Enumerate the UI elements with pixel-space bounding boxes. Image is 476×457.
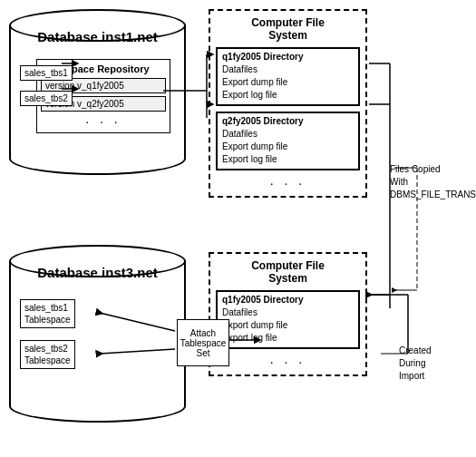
bottom-db-title: Database inst3.net (9, 265, 186, 280)
bottom-dir1-item1: Datafiles (222, 306, 354, 319)
top-dir2-item1: Datafiles (222, 128, 354, 141)
top-cfs: Computer File System q1fy2005 Directory … (209, 9, 367, 198)
repo-dots: · · · (41, 114, 166, 129)
top-dir1-title: q1fy2005 Directory (222, 52, 354, 62)
top-sales-tbs1-label: sales_tbs1 (20, 65, 73, 81)
bottom-cfs: Computer File System q1fy2005 Directory … (209, 252, 367, 376)
top-db-title: Database inst1.net (9, 29, 186, 44)
files-copied-label: Files Copied With DBMS_FILE_TRANSFER (390, 163, 471, 201)
bottom-cfs-dots: · · · (216, 355, 360, 369)
bottom-cfs-title: Computer File System (216, 259, 360, 285)
top-cfs-dots: · · · (216, 176, 360, 190)
bottom-dir1-item3: Export log file (222, 332, 354, 345)
top-dir1-item2: Export dump file (222, 76, 354, 89)
attach-tablespace-box: Attach Tablespace Set (177, 319, 229, 366)
top-dir2-item2: Export dump file (222, 141, 354, 153)
top-dir2-title: q2fy2005 Directory (222, 116, 354, 126)
bottom-dir1-title: q1fy2005 Directory (222, 295, 354, 305)
created-during-import-label: Created During Import (399, 345, 471, 383)
bottom-dir1-box: q1fy2005 Directory Datafiles Export dump… (216, 290, 360, 349)
top-dir1-item1: Datafiles (222, 63, 354, 76)
diagram: Database inst1.net sales_tbs1 sales_tbs2… (0, 0, 476, 457)
bottom-dir1-item2: Export dump file (222, 319, 354, 332)
bottom-sales-tbs2-label: sales_tbs2 Tablespace (20, 340, 75, 369)
top-dir2-box: q2fy2005 Directory Datafiles Export dump… (216, 112, 360, 170)
top-dir2-item3: Export log file (222, 153, 354, 166)
top-db-cylinder: Database inst1.net sales_tbs1 sales_tbs2… (9, 9, 186, 186)
top-database: Database inst1.net sales_tbs1 sales_tbs2… (9, 9, 186, 186)
bottom-sales-tbs1-label: sales_tbs1 Tablespace (20, 299, 75, 328)
bottom-database: Database inst3.net sales_tbs1 Tablespace… (9, 245, 186, 435)
top-dir1-box: q1fy2005 Directory Datafiles Export dump… (216, 47, 360, 106)
top-sales-tbs2-label: sales_tbs2 (20, 91, 73, 106)
top-dir1-item3: Export log file (222, 89, 354, 102)
bottom-db-cylinder: Database inst3.net sales_tbs1 Tablespace… (9, 245, 186, 422)
top-cfs-title: Computer File System (216, 16, 360, 42)
